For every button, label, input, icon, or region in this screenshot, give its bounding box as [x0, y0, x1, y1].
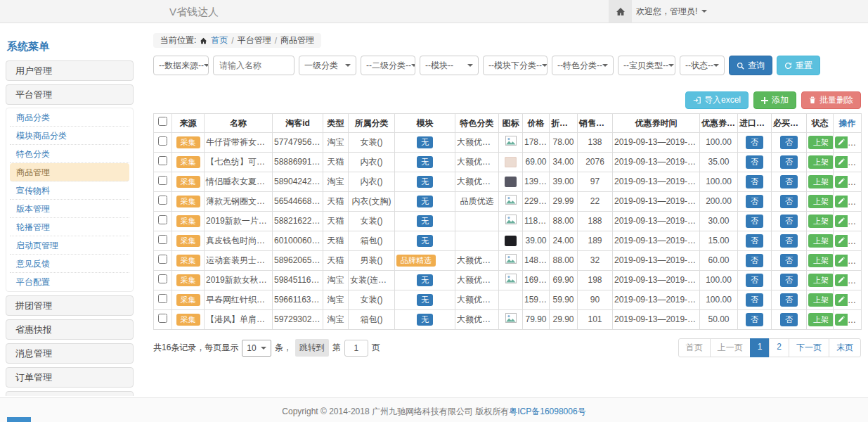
page-size-select[interactable]: 10: [242, 340, 271, 357]
status-button[interactable]: 上架: [808, 293, 834, 307]
batch-delete-button[interactable]: 批量删除: [801, 91, 861, 109]
imported-toggle-button[interactable]: 否: [746, 155, 763, 169]
add-button[interactable]: 添加: [753, 91, 796, 109]
cell-taoke-id: 598451162391: [273, 271, 323, 290]
status-button[interactable]: 上架: [808, 136, 834, 149]
status-button[interactable]: 上架: [808, 195, 834, 208]
reset-button[interactable]: 重置: [777, 56, 820, 75]
edit-button[interactable]: [835, 136, 848, 148]
home-button[interactable]: [609, 0, 632, 23]
page-button-下一页[interactable]: 下一页: [789, 338, 829, 357]
sidebar-item-特色分类[interactable]: 特色分类: [10, 145, 129, 163]
sidebar-item-轮播管理[interactable]: 轮播管理: [10, 218, 129, 236]
imported-toggle-button[interactable]: 否: [746, 195, 763, 208]
row-checkbox[interactable]: [158, 176, 167, 185]
imported-toggle-button[interactable]: 否: [746, 254, 763, 267]
must-buy-toggle-button[interactable]: 否: [780, 293, 798, 307]
imported-toggle-button[interactable]: 否: [746, 234, 763, 248]
row-checkbox[interactable]: [158, 156, 167, 165]
row-checkbox[interactable]: [158, 274, 167, 283]
edit-button[interactable]: [835, 274, 848, 286]
page-button-末页[interactable]: 末页: [829, 338, 861, 357]
sidebar-item-平台配置[interactable]: 平台配置: [10, 273, 129, 291]
item-type-select[interactable]: --宝贝类型--: [618, 56, 675, 75]
edit-button[interactable]: [835, 196, 848, 207]
sidebar-panel-兑换管理[interactable]: 兑换管理: [6, 391, 134, 396]
row-checkbox[interactable]: [158, 294, 167, 303]
category-level2-select[interactable]: --二级分类--: [361, 56, 415, 75]
module-subcategory-select[interactable]: --模块下分类--: [483, 56, 548, 75]
cell-icon: [499, 133, 523, 153]
page-button-2[interactable]: 2: [769, 338, 789, 357]
page-button-上一页[interactable]: 上一页: [710, 338, 751, 357]
row-checkbox[interactable]: [158, 235, 167, 244]
name-input[interactable]: [213, 56, 294, 75]
row-checkbox[interactable]: [158, 255, 167, 264]
cell-module: 无: [395, 133, 455, 153]
edit-button[interactable]: [835, 235, 848, 247]
must-buy-toggle-button[interactable]: 否: [780, 215, 798, 228]
jump-button[interactable]: 跳转到: [295, 339, 329, 357]
search-button[interactable]: 查询: [729, 56, 772, 75]
sidebar-item-版本管理[interactable]: 版本管理: [10, 200, 129, 218]
must-buy-toggle-button[interactable]: 否: [780, 136, 798, 149]
header-select-all: [154, 114, 172, 133]
status-button[interactable]: 上架: [808, 234, 834, 248]
user-menu[interactable]: 欢迎您，管理员!: [636, 0, 707, 23]
must-buy-toggle-button[interactable]: 否: [780, 195, 798, 208]
page-button-首页[interactable]: 首页: [678, 338, 711, 357]
pager: 首页上一页12下一页末页: [679, 338, 861, 357]
must-buy-toggle-button[interactable]: 否: [780, 155, 798, 169]
breadcrumb-home-link[interactable]: 首页: [211, 34, 228, 46]
edit-button[interactable]: [835, 255, 848, 267]
status-button[interactable]: 上架: [808, 175, 834, 188]
sidebar-item-商品管理[interactable]: 商品管理: [10, 163, 129, 181]
sidebar-panel-省惠快报[interactable]: 省惠快报: [6, 319, 134, 340]
must-buy-toggle-button[interactable]: 否: [780, 175, 798, 188]
imported-toggle-button[interactable]: 否: [746, 136, 763, 149]
sidebar-panel-消息管理[interactable]: 消息管理: [6, 343, 134, 364]
status-button[interactable]: 上架: [808, 215, 834, 228]
edit-button[interactable]: [835, 294, 848, 306]
must-buy-toggle-button[interactable]: 否: [780, 254, 798, 267]
sidebar-item-模块商品分类[interactable]: 模块商品分类: [10, 127, 129, 145]
page-button-1[interactable]: 1: [750, 338, 770, 357]
sidebar-panel-订单管理[interactable]: 订单管理: [6, 367, 134, 388]
row-checkbox[interactable]: [158, 136, 167, 146]
must-buy-toggle-button[interactable]: 否: [780, 274, 798, 287]
status-button[interactable]: 上架: [808, 313, 834, 326]
row-checkbox[interactable]: [158, 314, 167, 323]
status-select[interactable]: --状态--: [680, 56, 725, 75]
status-button[interactable]: 上架: [808, 254, 834, 267]
must-buy-toggle-button[interactable]: 否: [780, 313, 798, 326]
feature-category-select[interactable]: --特色分类--: [552, 56, 614, 75]
sidebar-panel-拼团管理[interactable]: 拼团管理: [6, 295, 134, 316]
sidebar-item-意见反馈[interactable]: 意见反馈: [10, 255, 129, 273]
sidebar-panel-用户管理[interactable]: 用户管理: [6, 60, 134, 81]
must-buy-toggle-button[interactable]: 否: [780, 234, 798, 248]
edit-button[interactable]: [835, 314, 848, 326]
sidebar-item-宣传物料[interactable]: 宣传物料: [10, 181, 129, 200]
icp-link[interactable]: 粤ICP备16098006号: [509, 407, 585, 416]
sidebar-item-商品分类[interactable]: 商品分类: [10, 108, 129, 127]
status-button[interactable]: 上架: [808, 274, 834, 287]
imported-toggle-button[interactable]: 否: [746, 313, 763, 326]
data-source-select[interactable]: --数据来源--: [153, 56, 209, 75]
imported-toggle-button[interactable]: 否: [746, 215, 763, 228]
page-number-input[interactable]: [344, 340, 368, 357]
status-button[interactable]: 上架: [808, 155, 834, 169]
row-checkbox[interactable]: [158, 215, 167, 224]
edit-button[interactable]: [835, 156, 848, 168]
sidebar-panel-平台管理[interactable]: 平台管理: [6, 84, 134, 105]
imported-toggle-button[interactable]: 否: [746, 274, 763, 287]
imported-toggle-button[interactable]: 否: [746, 175, 763, 188]
row-checkbox[interactable]: [158, 196, 167, 205]
category-level1-select[interactable]: 一级分类: [299, 56, 356, 75]
imported-toggle-button[interactable]: 否: [746, 293, 763, 307]
edit-button[interactable]: [835, 176, 848, 188]
import-excel-button[interactable]: 导入excel: [685, 91, 749, 109]
sidebar-item-启动页管理[interactable]: 启动页管理: [10, 236, 129, 255]
select-all-checkbox[interactable]: [158, 117, 167, 126]
edit-button[interactable]: [835, 215, 848, 227]
module-select[interactable]: --模块--: [420, 56, 479, 75]
